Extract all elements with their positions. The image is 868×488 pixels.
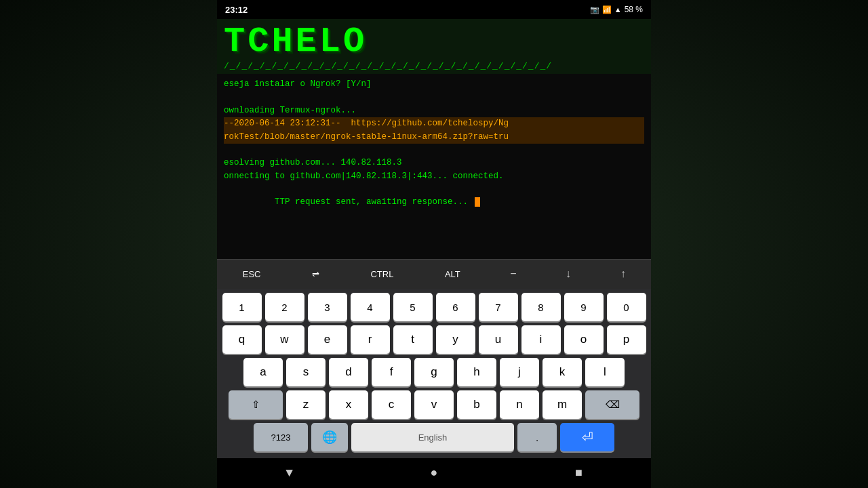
number-row: 1 2 3 4 5 6 7 8 9 0 [220,293,648,321]
terminal-line: eseja instalar o Ngrok? [Y/n] [224,78,644,91]
key-q[interactable]: q [222,325,262,354]
shift-key[interactable]: ⇧ [229,390,283,419]
key-l[interactable]: l [585,358,625,386]
num-switch-key[interactable]: ?123 [254,423,308,451]
language-key[interactable]: 🌐 [311,423,348,451]
key-b[interactable]: b [457,390,496,419]
terminal-line-highlight: --2020-06-14 23:12:31-- https://github.c… [224,117,644,130]
signal-icon: ▲ [614,5,622,14]
qwerty-row1: q w e r t y u i o p [220,325,648,354]
wifi-icon: 📶 [602,5,612,14]
terminal-header: TCHELO /_/_/_/_/_/_/_/_/_/_/_/_/_/_/_/_/… [217,19,651,74]
recents-button[interactable]: ■ [561,461,596,485]
keyboard-toolbar: ESC ⇌ CTRL ALT − ↓ ↑ [217,259,651,289]
asdf-row: a s d f g h j k l [220,358,648,386]
keyboard: 1 2 3 4 5 6 7 8 9 0 q w e r t y u i [217,289,651,458]
key-h[interactable]: h [457,358,496,386]
key-0[interactable]: 0 [607,293,646,321]
key-e[interactable]: e [308,325,347,354]
key-3[interactable]: 3 [308,293,347,321]
key-x[interactable]: x [329,390,368,419]
key-2[interactable]: 2 [265,293,304,321]
key-o[interactable]: o [564,325,604,354]
esc-key[interactable]: ESC [236,265,268,283]
key-d[interactable]: d [329,358,368,386]
terminal-line [224,91,644,104]
backspace-key[interactable]: ⌫ [585,390,639,419]
terminal-line-cursor: TTP request sent, awaiting response... [224,183,644,222]
recording-icon: 📷 [590,5,599,14]
terminal-line: onnecting to github.com|140.82.118.3|:44… [224,170,644,183]
key-w[interactable]: w [265,325,304,354]
key-f[interactable]: f [372,358,411,386]
status-bar: 23:12 📷 📶 ▲ 58 % [217,0,651,19]
key-4[interactable]: 4 [351,293,390,321]
dash-key[interactable]: − [505,264,522,285]
enter-key[interactable]: ⏎ [560,423,614,451]
key-j[interactable]: j [500,358,539,386]
key-r[interactable]: r [351,325,390,354]
status-icons: 📷 📶 ▲ 58 % [590,5,643,14]
key-i[interactable]: i [521,325,561,354]
key-8[interactable]: 8 [521,293,561,321]
terminal-line: esolving github.com... 140.82.118.3 [224,157,644,169]
key-5[interactable]: 5 [393,293,433,321]
alt-key[interactable]: ALT [438,265,467,283]
ctrl-key[interactable]: CTRL [363,265,400,283]
key-6[interactable]: 6 [436,293,475,321]
terminal-line-highlight: rokTest/blob/master/ngrok-stable-linux-a… [224,131,644,144]
app-logo: TCHELO [224,24,644,60]
tab-key[interactable]: ⇌ [305,265,326,283]
key-y[interactable]: y [436,325,475,354]
key-g[interactable]: g [414,358,454,386]
arrow-down-key[interactable]: ↓ [559,264,577,285]
home-button[interactable]: ● [417,461,452,485]
key-c[interactable]: c [372,390,411,419]
terminal-line: ownloading Termux-ngrok... [224,104,644,117]
key-z[interactable]: z [286,390,326,419]
phone-frame: 23:12 📷 📶 ▲ 58 % TCHELO /_/_/_/_/_/_/_/_… [217,0,651,488]
key-s[interactable]: s [286,358,326,386]
key-1[interactable]: 1 [222,293,262,321]
period-key[interactable]: . [517,423,557,451]
bottom-row: ?123 🌐 English . ⏎ [220,423,648,451]
terminal-area: TCHELO /_/_/_/_/_/_/_/_/_/_/_/_/_/_/_/_/… [217,19,651,259]
key-k[interactable]: k [542,358,582,386]
zxcv-row: ⇧ z x c v b n m ⌫ [220,390,648,419]
back-button[interactable]: ▼ [272,461,307,485]
status-time: 23:12 [225,5,248,15]
key-7[interactable]: 7 [479,293,518,321]
spacebar-key[interactable]: English [351,423,514,451]
cursor-blink [475,197,480,207]
arrow-up-key[interactable]: ↑ [615,264,633,285]
battery-indicator: 58 % [625,5,643,14]
key-9[interactable]: 9 [564,293,604,321]
key-a[interactable]: a [243,358,283,386]
key-v[interactable]: v [414,390,454,419]
key-m[interactable]: m [542,390,582,419]
navigation-bar: ▼ ● ■ [217,458,651,488]
key-n[interactable]: n [500,390,539,419]
terminal-output: eseja instalar o Ngrok? [Y/n] ownloading… [217,74,651,259]
terminal-line [224,144,644,157]
key-t[interactable]: t [393,325,433,354]
key-p[interactable]: p [607,325,646,354]
logo-underline: /_/_/_/_/_/_/_/_/_/_/_/_/_/_/_/_/_/_/_/_… [224,61,644,71]
key-u[interactable]: u [479,325,518,354]
